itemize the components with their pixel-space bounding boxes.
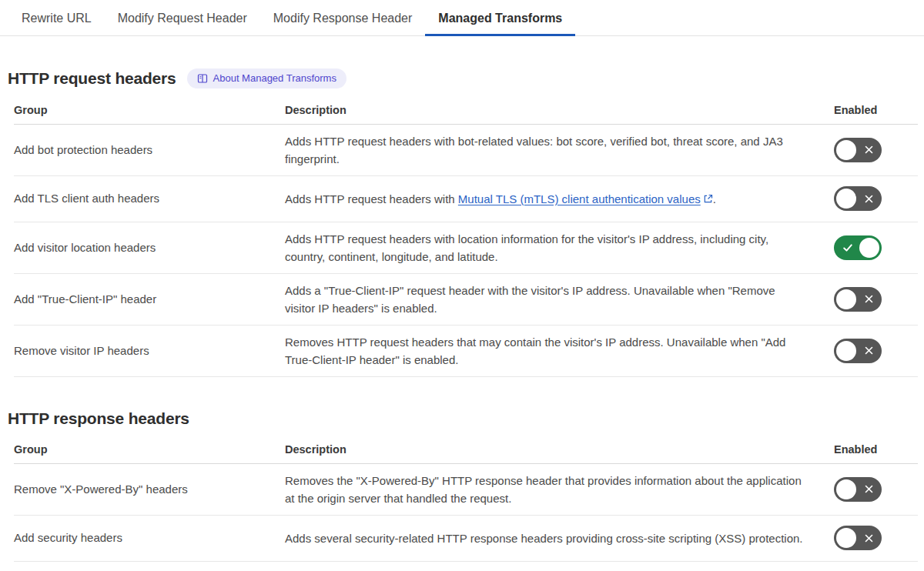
tab-rewrite-url[interactable]: Rewrite URL: [8, 0, 105, 35]
toggle-add-security-headers[interactable]: [834, 526, 882, 550]
description-text: Adds a "True-Client-IP" request header w…: [285, 284, 775, 315]
toggle-remove-x-powered-by-headers[interactable]: [834, 477, 882, 502]
check-icon: [836, 235, 859, 260]
table-row: Add security headersAdds several securit…: [14, 516, 918, 562]
content: HTTP request headers About Managed Trans…: [0, 68, 924, 562]
table-row: Add visitor location headersAdds HTTP re…: [14, 222, 918, 274]
response-headers-section: HTTP response headers GroupDescriptionEn…: [14, 409, 918, 562]
request-headers-table: GroupDescriptionEnabledAdd bot protectio…: [14, 99, 918, 377]
response-section-header: HTTP response headers: [8, 409, 918, 428]
request-headers-section: HTTP request headers About Managed Trans…: [14, 68, 918, 377]
external-link-icon: [701, 192, 713, 205]
toggle-add-tls-client-auth-headers[interactable]: [834, 186, 882, 211]
group-cell: Add TLS client auth headers: [14, 190, 285, 207]
description-text: Adds HTTP request headers with location …: [285, 232, 768, 263]
group-cell: Add bot protection headers: [14, 142, 285, 159]
toggle-knob: [836, 140, 856, 160]
enabled-cell: [834, 477, 918, 502]
page-title-request-headers: HTTP request headers: [8, 69, 176, 88]
table-header-row: GroupDescriptionEnabled: [14, 439, 918, 464]
enabled-cell: [834, 186, 918, 211]
x-icon: [858, 526, 880, 550]
x-icon: [858, 287, 880, 312]
toggle-knob: [836, 189, 856, 209]
description-text: Removes HTTP request headers that may co…: [285, 336, 785, 366]
table-row: Add "True-Client-IP" headerAdds a "True-…: [14, 274, 918, 326]
description-text: Removes the "X-Powered-By" HTTP response…: [285, 474, 802, 505]
table-row: Add bot protection headersAdds HTTP requ…: [14, 125, 918, 176]
enabled-cell: [834, 526, 918, 550]
x-icon: [858, 186, 880, 211]
column-header-enabled: Enabled: [834, 443, 918, 456]
description-text: Adds HTTP request headers with: [285, 192, 458, 205]
tab-modify-request-header[interactable]: Modify Request Header: [105, 0, 260, 35]
table-row: Add TLS client auth headersAdds HTTP req…: [14, 176, 918, 222]
toggle-knob: [836, 341, 856, 361]
group-cell: Add visitor location headers: [14, 239, 285, 256]
toggle-remove-visitor-ip-headers[interactable]: [834, 339, 882, 363]
column-header-description: Description: [285, 104, 834, 116]
description-cell: Adds HTTP request headers with location …: [285, 230, 834, 265]
description-text: Adds HTTP request headers with bot-relat…: [285, 135, 783, 165]
tab-managed-transforms[interactable]: Managed Transforms: [425, 0, 575, 35]
enabled-cell: [834, 138, 918, 162]
response-headers-table: GroupDescriptionEnabledRemove "X-Powered…: [14, 439, 918, 562]
enabled-cell: [834, 287, 918, 312]
description-cell: Adds several security-related HTTP respo…: [285, 529, 834, 547]
description-cell: Adds HTTP request headers with Mutual TL…: [285, 190, 834, 208]
x-icon: [858, 339, 880, 363]
group-cell: Add security headers: [14, 529, 285, 546]
managed-transforms-page: Rewrite URLModify Request HeaderModify R…: [0, 0, 924, 562]
description-text: Adds several security-related HTTP respo…: [285, 532, 803, 545]
description-cell: Adds a "True-Client-IP" request header w…: [285, 282, 834, 317]
description-cell: Removes HTTP request headers that may co…: [285, 333, 834, 369]
toggle-add-true-client-ip-header[interactable]: [834, 287, 882, 312]
column-header-enabled: Enabled: [834, 104, 918, 116]
toggle-knob: [859, 238, 879, 258]
description-text: .: [713, 192, 716, 205]
page-title-response-headers: HTTP response headers: [8, 409, 189, 428]
request-section-header: HTTP request headers About Managed Trans…: [8, 68, 918, 88]
toggle-add-visitor-location-headers[interactable]: [834, 235, 882, 260]
about-managed-transforms-badge[interactable]: About Managed Transforms: [187, 68, 346, 88]
tab-modify-response-header[interactable]: Modify Response Header: [260, 0, 426, 35]
description-link[interactable]: Mutual TLS (mTLS) client authentication …: [458, 192, 713, 205]
column-header-description: Description: [285, 443, 834, 456]
description-cell: Adds HTTP request headers with bot-relat…: [285, 132, 834, 168]
group-cell: Remove "X-Powered-By" headers: [14, 481, 285, 498]
toggle-knob: [836, 289, 856, 309]
table-row: Remove visitor IP headersRemoves HTTP re…: [14, 326, 918, 377]
tab-bar: Rewrite URLModify Request HeaderModify R…: [0, 0, 924, 36]
enabled-cell: [834, 235, 918, 260]
table-row: Remove "X-Powered-By" headersRemoves the…: [14, 464, 918, 516]
group-cell: Remove visitor IP headers: [14, 342, 285, 359]
toggle-knob: [836, 528, 856, 548]
badge-label: About Managed Transforms: [213, 72, 336, 85]
group-cell: Add "True-Client-IP" header: [14, 291, 285, 308]
book-icon: [197, 73, 208, 84]
table-header-row: GroupDescriptionEnabled: [14, 99, 918, 125]
column-header-group: Group: [14, 104, 285, 116]
enabled-cell: [834, 339, 918, 363]
x-icon: [858, 138, 880, 162]
x-icon: [858, 477, 880, 502]
toggle-add-bot-protection-headers[interactable]: [834, 138, 882, 162]
description-cell: Removes the "X-Powered-By" HTTP response…: [285, 472, 834, 507]
column-header-group: Group: [14, 443, 285, 456]
toggle-knob: [836, 479, 856, 499]
